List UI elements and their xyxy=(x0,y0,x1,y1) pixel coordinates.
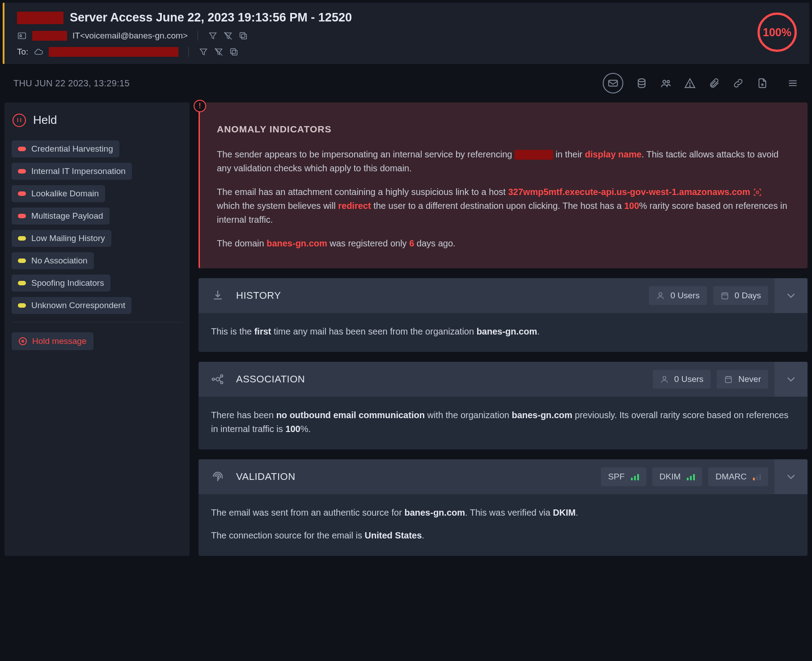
tag-list: Credential HarvestingInternal IT Imperso… xyxy=(12,140,182,322)
anomaly-heading: ANOMALY INDICATORS xyxy=(217,122,788,137)
paperclip-icon[interactable] xyxy=(708,77,720,89)
svg-point-15 xyxy=(212,378,215,380)
redacted-term xyxy=(515,150,553,160)
svg-point-17 xyxy=(220,381,223,384)
assoc-when: Never xyxy=(717,370,768,389)
tag-spoofing-indicators[interactable]: Spoofing Indicators xyxy=(12,275,110,292)
history-users: 0 Users xyxy=(649,286,706,305)
tag-low-mailing-history[interactable]: Low Mailing History xyxy=(12,230,111,247)
tag-no-association[interactable]: No Association xyxy=(12,252,94,269)
severity-pill xyxy=(18,191,26,196)
svg-point-12 xyxy=(659,292,662,296)
severity-pill xyxy=(18,303,26,308)
copy-icon[interactable] xyxy=(238,31,248,41)
to-label: To: xyxy=(17,47,28,57)
title-redacted xyxy=(17,12,63,24)
calendar-icon xyxy=(720,291,729,300)
timestamp: THU JUN 22 2023, 13:29:15 xyxy=(13,78,130,89)
tag-lookalike-domain[interactable]: Lookalike Domain xyxy=(12,185,105,202)
user-icon xyxy=(656,291,665,300)
svg-point-11 xyxy=(757,191,759,194)
menu-icon[interactable] xyxy=(787,77,799,89)
tag-label: Low Mailing History xyxy=(31,233,105,243)
alert-icon: ! xyxy=(194,100,206,112)
svg-rect-3 xyxy=(240,33,245,38)
assoc-users: 0 Users xyxy=(653,370,710,389)
spf-chip: SPF xyxy=(601,467,646,486)
score-ring: 100% xyxy=(757,13,797,52)
svg-point-10 xyxy=(689,86,690,87)
filter-icon[interactable] xyxy=(208,31,218,41)
history-panel: HISTORY 0 Users 0 Days This is xyxy=(199,278,808,352)
from-redacted xyxy=(32,31,67,41)
cloud-icon xyxy=(34,47,43,57)
expand-button[interactable] xyxy=(774,278,808,313)
svg-rect-6 xyxy=(609,81,617,86)
svg-rect-13 xyxy=(722,293,727,299)
tag-label: Multistage Payload xyxy=(31,211,103,221)
copy-icon[interactable] xyxy=(229,47,239,57)
svg-rect-19 xyxy=(726,377,732,382)
tag-label: Lookalike Domain xyxy=(31,189,99,199)
tag-label: Spoofing Indicators xyxy=(31,278,104,288)
filter-off-icon[interactable] xyxy=(223,31,233,41)
dkim-chip: DKIM xyxy=(652,467,702,486)
anomaly-panel: ! ANOMALY INDICATORS The sender appears … xyxy=(199,102,808,268)
chevron-down-icon xyxy=(784,470,798,483)
pause-icon: I I xyxy=(13,114,26,127)
filter-icon[interactable] xyxy=(199,47,208,57)
user-icon xyxy=(660,375,669,384)
hold-message-button[interactable]: Hold message xyxy=(12,332,93,350)
from-display: IT<voicemail@banes-gn.com> xyxy=(72,31,188,41)
expand-button[interactable] xyxy=(774,459,808,494)
target-icon xyxy=(19,337,27,345)
chevron-down-icon xyxy=(784,289,798,302)
svg-point-8 xyxy=(663,81,666,84)
association-panel: ASSOCIATION 0 Users Never There xyxy=(199,362,808,449)
tag-label: Credential Harvesting xyxy=(31,144,113,154)
envelope-icon[interactable] xyxy=(603,73,623,93)
scan-icon xyxy=(753,187,762,197)
contact-card-icon xyxy=(17,31,27,41)
message-title: Server Access June 22, 2023 19:13:56 PM … xyxy=(70,11,352,25)
severity-pill xyxy=(18,169,26,174)
severity-pill xyxy=(18,214,26,218)
svg-point-1 xyxy=(20,34,21,36)
svg-rect-2 xyxy=(241,34,246,39)
calendar-icon xyxy=(724,375,733,384)
file-x-icon[interactable] xyxy=(757,77,768,89)
svg-point-9 xyxy=(667,81,669,83)
expand-button[interactable] xyxy=(774,362,808,397)
severity-pill xyxy=(18,147,26,151)
tag-label: Unknown Correspondent xyxy=(31,301,125,310)
download-icon xyxy=(211,289,224,302)
chevron-down-icon xyxy=(784,373,798,386)
tag-label: No Association xyxy=(31,256,88,266)
svg-rect-5 xyxy=(231,49,236,54)
svg-point-18 xyxy=(663,376,666,379)
svg-point-7 xyxy=(638,79,645,82)
fingerprint-icon xyxy=(211,470,224,483)
history-days: 0 Days xyxy=(713,286,768,305)
svg-point-16 xyxy=(220,375,223,377)
validation-panel: VALIDATION SPF DKIM DMARC xyxy=(199,459,808,556)
filter-off-icon[interactable] xyxy=(214,47,224,57)
warning-icon[interactable] xyxy=(684,77,696,89)
message-header: Server Access June 22, 2023 19:13:56 PM … xyxy=(3,3,809,64)
toolbar: THU JUN 22 2023, 13:29:15 xyxy=(3,66,809,101)
sidebar: I I Held Credential HarvestingInternal I… xyxy=(4,102,190,556)
held-status: Held xyxy=(33,113,57,127)
database-icon[interactable] xyxy=(636,77,647,89)
users-icon[interactable] xyxy=(660,77,672,89)
tag-label: Internal IT Impersonation xyxy=(31,166,126,176)
to-redacted xyxy=(49,47,178,57)
link-icon[interactable] xyxy=(732,77,744,89)
tag-internal-it-impersonation[interactable]: Internal IT Impersonation xyxy=(12,163,132,180)
svg-rect-4 xyxy=(233,50,237,55)
tag-unknown-correspondent[interactable]: Unknown Correspondent xyxy=(12,297,131,314)
tag-multistage-payload[interactable]: Multistage Payload xyxy=(12,208,110,225)
severity-pill xyxy=(18,258,26,263)
tag-credential-harvesting[interactable]: Credential Harvesting xyxy=(12,140,119,157)
dmarc-chip: DMARC xyxy=(708,467,768,486)
severity-pill xyxy=(18,281,26,285)
